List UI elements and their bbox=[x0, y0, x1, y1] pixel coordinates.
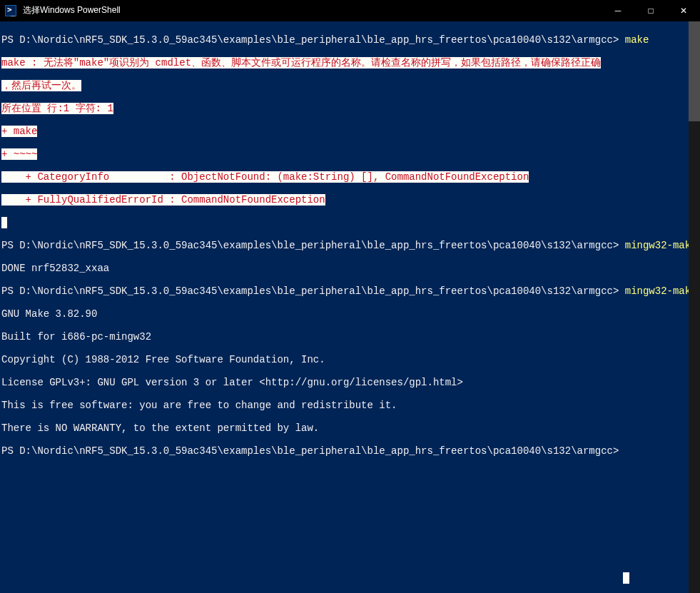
output-text: GNU Make 3.82.90 bbox=[1, 308, 97, 320]
minimize-button[interactable]: ─ bbox=[602, 0, 634, 21]
terminal-cursor bbox=[623, 572, 629, 584]
scrollbar-thumb[interactable] bbox=[689, 21, 700, 121]
command-input: mingw32-make bbox=[625, 285, 697, 297]
command-input: make bbox=[625, 34, 649, 46]
window-title: 选择Windows PowerShell bbox=[21, 4, 602, 16]
output-text: DONE nrf52832_xxaa bbox=[1, 263, 109, 274]
titlebar[interactable]: 选择Windows PowerShell ─ □ ✕ bbox=[0, 0, 700, 21]
error-text-selected: 所在位置 行:1 字符: 1 bbox=[1, 103, 113, 114]
error-text-selected: ，然后再试一次。 bbox=[1, 80, 81, 91]
output-text: Built for i686-pc-mingw32 bbox=[1, 331, 151, 343]
command-input: mingw32-make bbox=[625, 240, 697, 251]
terminal-body[interactable]: PS D:\Nordic\nRF5_SDK_15.3.0_59ac345\exa… bbox=[0, 21, 700, 593]
error-text-selected: + make bbox=[1, 126, 37, 137]
maximize-button[interactable]: □ bbox=[634, 0, 667, 21]
prompt: PS D:\Nordic\nRF5_SDK_15.3.0_59ac345\exa… bbox=[1, 34, 619, 46]
output-text: Copyright (C) 1988-2012 Free Software Fo… bbox=[1, 354, 325, 365]
prompt: PS D:\Nordic\nRF5_SDK_15.3.0_59ac345\exa… bbox=[1, 445, 619, 457]
error-text-selected bbox=[1, 217, 7, 228]
scrollbar-track[interactable] bbox=[689, 21, 700, 593]
powershell-icon bbox=[5, 5, 16, 16]
output-text: There is NO WARRANTY, to the extent perm… bbox=[1, 422, 319, 434]
prompt: PS D:\Nordic\nRF5_SDK_15.3.0_59ac345\exa… bbox=[1, 240, 619, 251]
error-text-selected: + ~~~~ bbox=[1, 148, 37, 160]
error-text-selected: + CategoryInfo : ObjectNotFound: (make:S… bbox=[1, 171, 529, 183]
output-text: This is free software: you are free to c… bbox=[1, 400, 397, 411]
powershell-window: 选择Windows PowerShell ─ □ ✕ PS D:\Nordic\… bbox=[0, 0, 700, 593]
app-icon-wrap bbox=[0, 5, 21, 16]
window-controls: ─ □ ✕ bbox=[602, 0, 700, 21]
output-text: License GPLv3+: GNU GPL version 3 or lat… bbox=[1, 377, 463, 388]
close-button[interactable]: ✕ bbox=[667, 0, 700, 21]
error-text-selected: + FullyQualifiedErrorId : CommandNotFoun… bbox=[1, 194, 325, 206]
error-text-selected: make : 无法将"make"项识别为 cmdlet、函数、脚本文件或可运行程… bbox=[1, 57, 601, 69]
prompt: PS D:\Nordic\nRF5_SDK_15.3.0_59ac345\exa… bbox=[1, 285, 619, 297]
